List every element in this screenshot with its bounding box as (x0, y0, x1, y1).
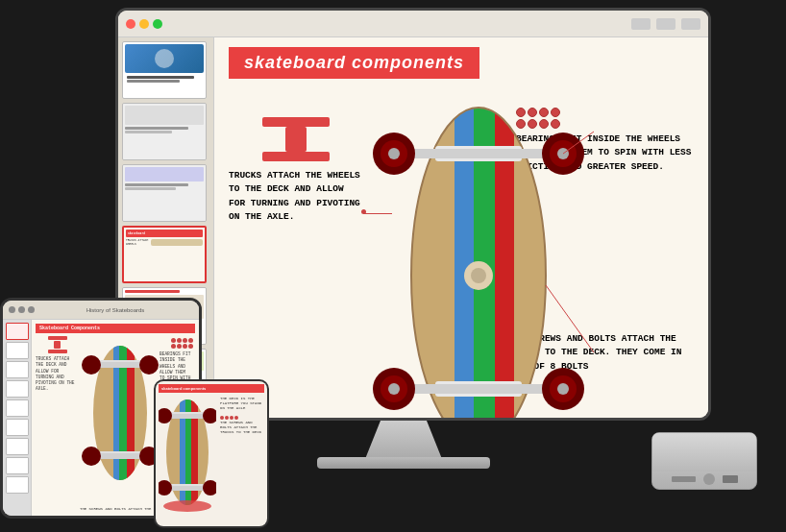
slide-thumbnail-4[interactable]: skateboard TRUCKS ATTACH WHEELS (122, 226, 207, 283)
phone-screen: skateboard components (156, 381, 267, 526)
monitor-stand (365, 421, 442, 459)
tablet-thumb[interactable] (6, 438, 29, 455)
svg-point-24 (471, 268, 486, 283)
page-layout: TRUCKS ATTACH THE WHEELS TO THE DECK AND… (229, 88, 694, 418)
tablet-thumb-active[interactable] (6, 323, 29, 340)
truck-icon (229, 117, 363, 161)
skateboard-svg (354, 93, 603, 418)
svg-rect-8 (392, 149, 565, 158)
slide-thumbnail-2[interactable] (122, 103, 207, 160)
phone[interactable]: skateboard components (154, 379, 269, 528)
phone-body-text: THE DECK IS THE PLATFORM YOU STAND ON TH… (220, 397, 262, 412)
maximize-button[interactable] (153, 19, 162, 29)
phone-deck-oval (163, 500, 211, 512)
svg-rect-16 (392, 384, 565, 394)
mini-hdmi-port (723, 475, 738, 483)
monitor: skateboard TRUCKS ATTACH WHEELS (115, 8, 711, 421)
tablet-title-label: History of Skateboards (86, 307, 145, 313)
svg-point-22 (557, 383, 569, 395)
svg-point-39 (82, 447, 101, 466)
svg-line-26 (546, 285, 594, 352)
minimize-button[interactable] (139, 19, 149, 29)
close-button[interactable] (126, 19, 135, 29)
tablet-thumb[interactable] (6, 361, 29, 378)
svg-point-48 (159, 408, 172, 423)
title-banner: skateboard components (229, 47, 479, 79)
slide-thumbnail-1[interactable] (122, 41, 207, 99)
svg-point-35 (82, 355, 101, 375)
tablet-dot (28, 306, 35, 313)
trucks-text: TRUCKS ATTACH THE WHEELS TO THE DECK AND… (229, 169, 363, 224)
connector-dot (361, 209, 366, 214)
connector-line-truck (363, 213, 392, 214)
tablet-truck-text: TRUCKS ATTACH THE DECK AND ALLOW FOR TUR… (36, 356, 79, 393)
phone-text-area: THE DECK IS THE PLATFORM YOU STAND ON TH… (218, 395, 264, 517)
phone-skateboard-svg (159, 395, 216, 510)
svg-point-19 (388, 383, 400, 395)
mini-power-indicator (703, 473, 715, 485)
tablet-thumb[interactable] (6, 419, 29, 436)
svg-point-53 (203, 480, 216, 496)
svg-point-36 (139, 355, 159, 375)
tablet-sidebar[interactable] (3, 320, 32, 516)
monitor-base (317, 457, 490, 469)
phone-title-bar: skateboard components (159, 384, 264, 393)
monitor-toolbar (118, 11, 708, 37)
mini-usb-port (672, 476, 696, 482)
tablet-skateboard-svg (82, 336, 159, 490)
toolbar-icon[interactable] (631, 18, 651, 30)
tablet-thumb[interactable] (6, 457, 29, 474)
mac-mini (651, 432, 757, 490)
tablet-dot (18, 306, 25, 313)
content-area: skateboard TRUCKS ATTACH WHEELS (118, 37, 708, 418)
tablet-left-column: TRUCKS ATTACH THE DECK AND ALLOW FOR TUR… (36, 336, 79, 505)
tablet-thumb[interactable] (6, 342, 29, 359)
toolbar-icons (631, 18, 700, 30)
trucks-annotation: TRUCKS ATTACH THE WHEELS TO THE DECK AND… (229, 117, 363, 224)
main-page-content: skateboard components TRUCKS ATTACH THE … (214, 37, 708, 418)
phone-skateboard-area (159, 395, 216, 517)
phone-screws-area: THE SCREWS AND BOLTS ATTACH THE TRUCKS T… (220, 416, 262, 436)
tablet-thumb[interactable] (6, 476, 29, 494)
phone-content-area: THE DECK IS THE PLATFORM YOU STAND ON TH… (159, 395, 264, 517)
monitor-screen: skateboard TRUCKS ATTACH WHEELS (118, 11, 708, 418)
toolbar-icon[interactable] (681, 18, 700, 30)
tablet-bearings (171, 338, 193, 349)
skateboard-image (354, 93, 603, 418)
slide-thumbnail-3[interactable] (122, 164, 207, 222)
tablet-title-banner: Skateboard Components (36, 324, 195, 333)
tablet-thumb[interactable] (6, 380, 29, 398)
tablet-dot (9, 306, 15, 313)
svg-point-49 (203, 408, 216, 423)
svg-point-11 (388, 148, 400, 159)
toolbar-icon[interactable] (656, 18, 675, 30)
tablet-thumb[interactable] (6, 399, 29, 417)
svg-point-52 (159, 480, 172, 496)
mac-mini-front (652, 470, 756, 489)
tablet-toolbar: History of Skateboards (3, 301, 199, 320)
